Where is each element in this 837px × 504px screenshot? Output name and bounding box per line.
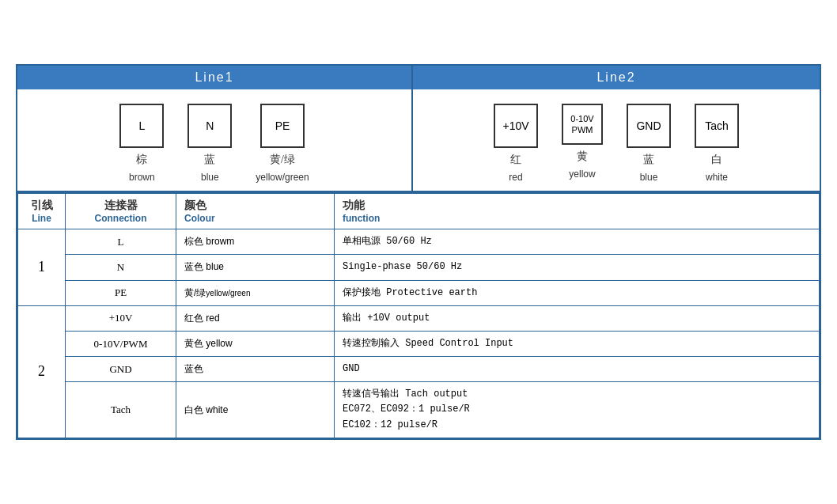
func-Tach: 转速信号输出 Tach outputEC072、EC092：1 pulse/RE…: [335, 382, 820, 438]
line1-connectors: L 棕 brown N 蓝 blue PE 黄/绿 yellow/green: [17, 89, 411, 191]
conn-L: L: [66, 229, 176, 255]
conn-PE: PE: [66, 280, 176, 305]
table-section: 引线 Line 连接器 Connection 颜色 Colour 功能 func…: [17, 192, 820, 438]
connector-cn-PWM: 黄: [577, 150, 588, 164]
header-conn-en: Connection: [74, 213, 168, 224]
line2-diagram: Line2 +10V 红 red 0-10VPWM 黄 yellow GND 蓝: [413, 66, 820, 191]
header-line-en: Line: [26, 213, 57, 224]
connector-cn-L: 棕: [136, 153, 147, 167]
conn-GND2: GND: [66, 357, 176, 382]
color-L: 棕色 browm: [176, 229, 335, 255]
color-PE: 黄/绿yellow/green: [176, 280, 335, 305]
line2-connectors: +10V 红 red 0-10VPWM 黄 yellow GND 蓝 blue: [413, 89, 820, 191]
connector-box-Tach: Tach: [695, 104, 739, 148]
line1-number: 1: [18, 229, 66, 306]
line2-number: 2: [18, 305, 66, 438]
header-line: 引线 Line: [18, 193, 66, 229]
line1-header: Line1: [17, 66, 411, 89]
header-conn: 连接器 Connection: [66, 193, 176, 229]
connector-cn-PE: 黄/绿: [270, 153, 295, 167]
connector-10V: +10V 红 red: [494, 104, 538, 183]
table-row: GND 蓝色 GND: [18, 357, 820, 382]
connector-cn-GND: 蓝: [643, 153, 654, 167]
header-color-en: Colour: [184, 213, 326, 224]
color-N: 蓝色 blue: [176, 255, 335, 280]
connector-en-N: blue: [201, 172, 219, 183]
connector-box-L: L: [119, 104, 164, 148]
main-container: Line1 L 棕 brown N 蓝 blue PE 黄/绿: [16, 64, 821, 440]
header-color: 颜色 Colour: [176, 193, 335, 229]
table-body: 1 L 棕色 browm 单相电源 50/60 Hz N 蓝色 blue Sin…: [18, 229, 820, 438]
table-row: 2 +10V 红色 red 输出 +10V output: [18, 305, 820, 331]
table-row: 0-10V/PWM 黄色 yellow 转速控制输入 Speed Control…: [18, 331, 820, 356]
conn-PWM: 0-10V/PWM: [66, 331, 176, 356]
line2-header: Line2: [413, 66, 820, 89]
func-PE: 保护接地 Protective earth: [335, 280, 820, 305]
connector-en-PE: yellow/green: [256, 172, 309, 183]
connector-cn-Tach: 白: [711, 153, 722, 167]
header-conn-cn: 连接器: [74, 199, 168, 213]
header-func-cn: 功能: [343, 199, 811, 213]
table-row: N 蓝色 blue Single-phase 50/60 Hz: [18, 255, 820, 280]
func-L: 单相电源 50/60 Hz: [335, 229, 820, 255]
table-row: 1 L 棕色 browm 单相电源 50/60 Hz: [18, 229, 820, 255]
func-GND2: GND: [335, 357, 820, 382]
connector-Tach: Tach 白 white: [695, 104, 739, 183]
connector-box-PWM: 0-10VPWM: [562, 104, 603, 145]
connector-en-GND: blue: [640, 172, 658, 183]
color-GND2: 蓝色: [176, 357, 335, 382]
connector-box-10V: +10V: [494, 104, 538, 148]
conn-10V: +10V: [66, 305, 176, 331]
connector-cn-10V: 红: [510, 153, 521, 167]
connector-PE: PE 黄/绿 yellow/green: [256, 104, 309, 183]
header-line-cn: 引线: [26, 199, 57, 213]
connector-L: L 棕 brown: [119, 104, 164, 183]
color-Tach: 白色 white: [176, 382, 335, 438]
connector-cn-N: 蓝: [204, 153, 215, 167]
func-PWM: 转速控制输入 Speed Control Input: [335, 331, 820, 356]
connector-GND: GND 蓝 blue: [627, 104, 671, 183]
connector-en-Tach: white: [706, 172, 728, 183]
conn-Tach: Tach: [66, 382, 176, 438]
header-color-cn: 颜色: [184, 199, 326, 213]
connector-N: N 蓝 blue: [187, 104, 232, 183]
header-func-en: function: [343, 213, 811, 224]
wiring-table: 引线 Line 连接器 Connection 颜色 Colour 功能 func…: [17, 192, 820, 438]
func-N: Single-phase 50/60 Hz: [335, 255, 820, 280]
line1-diagram: Line1 L 棕 brown N 蓝 blue PE 黄/绿: [17, 66, 413, 191]
connector-en-L: brown: [129, 172, 155, 183]
diagram-section: Line1 L 棕 brown N 蓝 blue PE 黄/绿: [17, 66, 820, 192]
connector-box-PE: PE: [260, 104, 305, 148]
connector-PWM: 0-10VPWM 黄 yellow: [562, 104, 603, 180]
func-10V: 输出 +10V output: [335, 305, 820, 331]
header-func: 功能 function: [335, 193, 820, 229]
color-PWM: 黄色 yellow: [176, 331, 335, 356]
connector-box-GND: GND: [627, 104, 671, 148]
conn-N: N: [66, 255, 176, 280]
connector-en-PWM: yellow: [569, 169, 595, 180]
table-header-row: 引线 Line 连接器 Connection 颜色 Colour 功能 func…: [18, 193, 820, 229]
table-row: Tach 白色 white 转速信号输出 Tach outputEC072、EC…: [18, 382, 820, 438]
connector-en-10V: red: [509, 172, 522, 183]
table-row: PE 黄/绿yellow/green 保护接地 Protective earth: [18, 280, 820, 305]
connector-box-N: N: [187, 104, 232, 148]
color-10V: 红色 red: [176, 305, 335, 331]
